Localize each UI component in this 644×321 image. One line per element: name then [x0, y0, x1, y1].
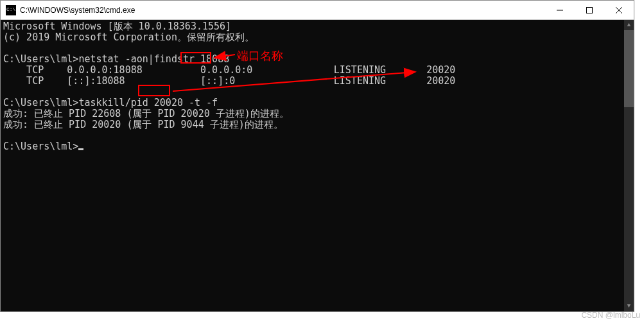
output-line: Microsoft Windows [版本 10.0.18363.1556]: [3, 21, 231, 32]
cmd-window: C:\WINDOWS\system32\cmd.exe Microsoft Wi…: [0, 0, 634, 312]
svg-rect-1: [587, 7, 593, 13]
close-button[interactable]: [604, 1, 634, 19]
window-title: C:\WINDOWS\system32\cmd.exe: [20, 6, 545, 15]
command-text: -t -f: [183, 97, 218, 108]
prompt: C:\Users\lml>: [3, 141, 78, 152]
highlighted-pid: 20020: [154, 97, 183, 108]
output-line: TCP 0.0.0.0:18088 0.0.0.0:0 LISTENING 20…: [3, 64, 455, 76]
scroll-thumb[interactable]: [624, 30, 634, 107]
output-line: (c) 2019 Microsoft Corporation。保留所有权利。: [3, 31, 254, 43]
scroll-down-icon[interactable]: ▼: [624, 301, 634, 311]
prompt: C:\Users\lml>: [3, 97, 78, 108]
highlighted-port: 18088: [200, 53, 229, 65]
titlebar[interactable]: C:\WINDOWS\system32\cmd.exe: [1, 1, 634, 20]
terminal-output[interactable]: Microsoft Windows [版本 10.0.18363.1556] (…: [1, 20, 634, 311]
cmd-icon: [6, 5, 16, 15]
command-text: taskkill/pid: [78, 97, 153, 108]
output-line: TCP [::]:18088 [::]:0 LISTENING 20020: [3, 75, 455, 87]
vertical-scrollbar[interactable]: ▲ ▼: [624, 20, 634, 311]
scroll-up-icon[interactable]: ▲: [624, 20, 634, 30]
watermark: CSDN @lmlboLu: [581, 311, 640, 320]
command-text: netstat -aon|findstr: [78, 53, 200, 65]
minimize-button[interactable]: [545, 1, 575, 19]
output-line: 成功: 已终止 PID 22608 (属于 PID 20020 子进程)的进程。: [3, 108, 289, 119]
output-line: 成功: 已终止 PID 20020 (属于 PID 9044 子进程)的进程。: [3, 119, 283, 130]
window-controls: [545, 1, 634, 19]
prompt: C:\Users\lml>: [3, 53, 78, 65]
cursor-icon: [78, 148, 83, 150]
maximize-button[interactable]: [575, 1, 604, 19]
